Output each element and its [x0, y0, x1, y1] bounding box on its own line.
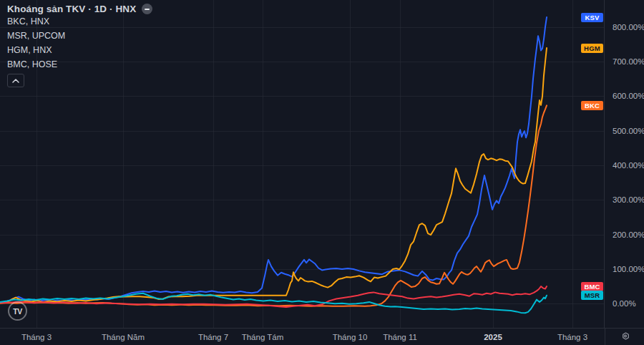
price-axis-label[interactable]: 500.00%	[613, 127, 644, 135]
price-axis-label[interactable]: 100.00%	[613, 265, 644, 273]
price-axis[interactable]: 800.00%700.00%600.00%500.00%400.00%300.0…	[604, 0, 644, 328]
time-axis-label[interactable]: Tháng 3	[557, 333, 587, 341]
time-axis-label[interactable]: Tháng Năm	[102, 333, 145, 341]
price-badge-bmc[interactable]: BMC	[581, 282, 603, 291]
legend-item-msr[interactable]: MSR, UPCOM	[7, 29, 152, 43]
price-badge-hgm[interactable]: HGM	[581, 44, 603, 53]
price-axis-label[interactable]: 700.00%	[613, 57, 644, 66]
tradingview-logo-text: TV	[13, 307, 21, 316]
time-axis[interactable]: Tháng 3Tháng NămTháng 7Tháng TámTháng 10…	[0, 328, 644, 345]
price-badge-ksv[interactable]: KSV	[581, 13, 603, 22]
series-line-hgm[interactable]	[0, 48, 547, 303]
legend-item-bkc[interactable]: BKC, HNX	[7, 14, 152, 29]
tradingview-logo[interactable]: TV	[8, 301, 27, 321]
time-axis-label[interactable]: Tháng 10	[333, 333, 368, 341]
price-badge-bkc[interactable]: BKC	[581, 101, 603, 110]
time-axis-label[interactable]: Tháng 7	[198, 333, 228, 341]
legend-item-hgm[interactable]: HGM, HNX	[7, 43, 152, 57]
collapse-legend-button[interactable]	[7, 74, 24, 87]
axis-corner-separator	[605, 328, 605, 345]
price-axis-label[interactable]: 400.00%	[613, 161, 644, 170]
price-axis-label[interactable]: 200.00%	[613, 230, 644, 239]
time-axis-label[interactable]: Tháng Tám	[242, 333, 284, 341]
price-axis-label[interactable]: 300.00%	[613, 195, 644, 204]
series-line-bkc[interactable]	[0, 105, 547, 306]
chevron-up-icon	[12, 79, 19, 83]
price-axis-label[interactable]: 600.00%	[613, 92, 644, 100]
legend-item-bmc[interactable]: BMC, HOSE	[7, 57, 152, 72]
price-axis-label[interactable]: 0.00%	[613, 299, 636, 308]
gear-icon	[620, 332, 631, 344]
time-axis-label[interactable]: 2025	[484, 333, 502, 341]
time-axis-label[interactable]: Tháng 11	[383, 333, 417, 341]
price-axis-label[interactable]: 800.00%	[613, 23, 644, 31]
time-axis-settings-button[interactable]	[620, 331, 631, 342]
price-badge-msr[interactable]: MSR	[581, 291, 603, 300]
tradingview-chart-widget: KSVHGMBKCBMCMSR Khoáng sản TKV · 1D · HN…	[0, 0, 644, 345]
time-axis-label[interactable]: Tháng 3	[21, 333, 52, 341]
